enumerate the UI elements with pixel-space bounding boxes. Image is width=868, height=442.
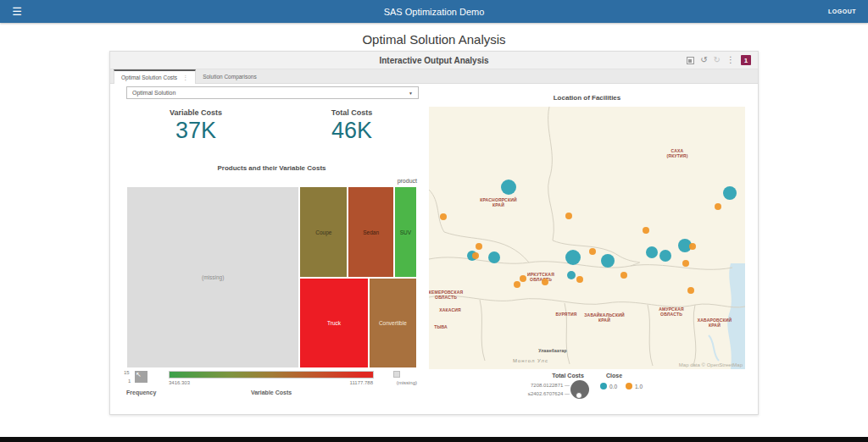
facility-bubble[interactable] <box>659 250 671 262</box>
class-0-dot <box>600 383 607 390</box>
treemap-tile[interactable]: SUV <box>394 186 417 278</box>
tab-optimal-solution-costs[interactable]: Optimal Solution Costs ⋮ <box>114 69 196 84</box>
map-label-region: КЕМЕРОВСКАЯ ОБЛАСТЬ <box>429 290 463 300</box>
page-title: Optimal Solution Analysis <box>0 32 868 47</box>
missing-swatch <box>393 371 400 378</box>
treemap-tile[interactable]: (missing) <box>126 186 299 368</box>
map-label-region: ИРКУТСКАЯ ОБЛАСТЬ <box>527 272 554 282</box>
logout-button[interactable]: LOGOUT <box>828 8 856 14</box>
tab-solution-comparisons[interactable]: Solution Comparisons <box>196 69 264 84</box>
facility-bubble[interactable] <box>567 271 576 279</box>
map-label-region: ХАБАРОВСКИЙ КРАЙ <box>698 318 732 328</box>
facility-bubble[interactable] <box>643 227 649 234</box>
map-title: Location of Facilities <box>429 94 745 102</box>
facility-bubble[interactable] <box>576 276 583 283</box>
size-legend-min-circle <box>576 392 582 399</box>
legend-class-1[interactable]: 1.0 <box>626 383 643 390</box>
solution-select[interactable]: Optimal Solution ▼ <box>126 86 419 99</box>
restore-window-icon[interactable] <box>687 57 694 64</box>
class-1-label: 1.0 <box>635 384 643 390</box>
size-legend-icon: ↖ <box>135 371 147 383</box>
facility-bubble[interactable] <box>514 281 520 288</box>
map-label-region: АМУРСКАЯ ОБЛАСТЬ <box>659 307 684 317</box>
kpi-total-costs: Total Costs 46K <box>301 108 403 144</box>
tab-label: Optimal Solution Costs <box>121 75 177 80</box>
facility-bubble[interactable] <box>440 213 447 220</box>
facility-bubble[interactable] <box>601 254 615 268</box>
facility-bubble[interactable] <box>620 272 627 279</box>
facility-bubble[interactable] <box>723 186 737 200</box>
treemap-group-label: product <box>126 178 417 184</box>
facility-bubble[interactable] <box>565 250 581 265</box>
tab-kebab-icon[interactable]: ⋮ <box>182 75 188 81</box>
facility-bubble[interactable] <box>646 246 658 258</box>
screen: ☰ SAS Optimization Demo LOGOUT Optimal S… <box>0 0 868 442</box>
map-size-legend-title: Total Costs <box>530 373 606 378</box>
map-label-region: ЗАБАЙКАЛЬСКИЙ КРАЙ <box>584 312 625 323</box>
interactive-output-card: Interactive Output Analysis ↺ ↻ ⋮ 1 Opti… <box>109 51 759 415</box>
facility-bubble[interactable] <box>501 180 516 195</box>
facility-bubble[interactable] <box>565 213 572 219</box>
facility-bubble[interactable] <box>520 275 526 282</box>
treemap: (missing)CoupeSedanSUVTruckConvertible <box>126 186 417 368</box>
size-legend-max: 15 <box>124 370 130 375</box>
facility-bubble[interactable] <box>687 287 694 294</box>
map-label-region: БУРЯТИЯ <box>555 312 576 317</box>
gradient-max-value: 11177.788 <box>305 380 373 385</box>
facility-bubble[interactable] <box>476 243 482 250</box>
kebab-menu-icon[interactable]: ⋮ <box>726 54 735 66</box>
facility-bubble[interactable] <box>472 252 479 259</box>
size-legend-label: Frequency <box>126 390 156 395</box>
class-0-label: 0.0 <box>609 384 617 390</box>
tab-label: Solution Comparisons <box>203 74 257 80</box>
map-size-legend-max: 7208.0122871 — <box>500 383 570 388</box>
kpi-label: Variable Costs <box>145 108 247 117</box>
kpi-value: 37K <box>145 118 247 144</box>
solution-select-value: Optimal Solution <box>132 90 175 96</box>
undo-icon[interactable]: ↺ <box>700 54 707 66</box>
chevron-down-icon: ▼ <box>409 91 413 96</box>
gradient-min-value: 3416.303 <box>169 380 190 385</box>
treemap-tile[interactable]: Truck <box>299 278 368 368</box>
kpi-label: Total Costs <box>301 108 403 117</box>
treemap-tile[interactable]: Convertible <box>369 278 417 368</box>
bottom-edge-bar <box>0 437 868 442</box>
map-label-region: КРАСНОЯРСКИЙ КРАЙ <box>480 197 517 207</box>
map-color-legend-title: Close <box>606 373 622 378</box>
alert-count-badge[interactable]: 1 <box>741 55 751 65</box>
map-label-city: Улаанбаатар <box>538 348 567 353</box>
card-header: Interactive Output Analysis ↺ ↻ ⋮ 1 <box>110 52 758 69</box>
map-basemap <box>429 107 745 369</box>
gradient-legend-label: Variable Costs <box>169 390 374 395</box>
kpi-variable-costs: Variable Costs 37K <box>145 108 247 144</box>
size-legend-min: 1 <box>128 378 131 384</box>
facility-bubble[interactable] <box>589 248 596 255</box>
facility-bubble[interactable] <box>542 279 548 285</box>
treemap-tile[interactable]: Sedan <box>348 186 394 278</box>
treemap-title: Products and their Variable Costs <box>126 164 417 172</box>
facility-bubble[interactable] <box>715 203 721 210</box>
facility-bubble[interactable] <box>488 251 500 263</box>
class-1-dot <box>626 383 632 390</box>
treemap-tile[interactable]: Coupe <box>299 186 348 278</box>
map-attribution: Map data © OpenStreetMap <box>679 362 743 367</box>
facility-bubble[interactable] <box>682 260 689 267</box>
facility-bubble[interactable] <box>689 243 696 250</box>
map-size-legend-min: ≤2402.6707624 — <box>500 391 570 396</box>
map-label-region: ТЫВА <box>434 324 448 329</box>
missing-label: (missing) <box>378 380 417 385</box>
card-header-title: Interactive Output Analysis <box>110 56 758 65</box>
kpi-value: 46K <box>301 118 403 144</box>
color-gradient-legend <box>169 371 374 378</box>
map-label-country: Монгол Улс <box>513 358 548 363</box>
map-label-region: САХА (ЯКУТИЯ) <box>666 148 687 158</box>
app-topbar: ☰ SAS Optimization Demo LOGOUT <box>0 0 868 23</box>
map-label-region: ХАКАСИЯ <box>439 307 461 312</box>
legend-class-0[interactable]: 0.0 <box>600 383 617 390</box>
app-title: SAS Optimization Demo <box>0 7 868 17</box>
redo-icon[interactable]: ↻ <box>714 54 721 66</box>
tab-bar: Optimal Solution Costs ⋮ Solution Compar… <box>110 69 758 84</box>
facilities-map[interactable]: САХА (ЯКУТИЯ)КРАСНОЯРСКИЙ КРАЙИРКУТСКАЯ … <box>429 107 745 369</box>
